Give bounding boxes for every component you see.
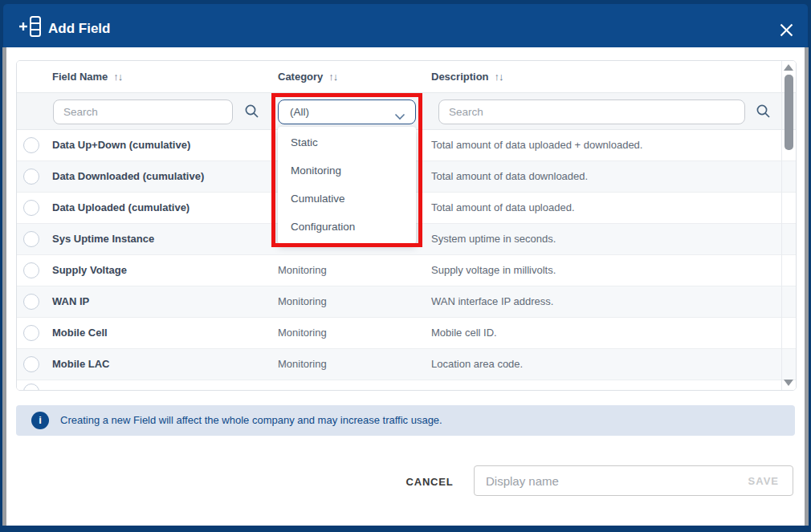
- sort-icon[interactable]: ↑↓: [328, 71, 337, 83]
- search-icon[interactable]: [244, 104, 259, 122]
- dropdown-option[interactable]: Cumulative: [278, 185, 416, 213]
- field-name: Supply Voltage: [52, 255, 127, 286]
- category-dropdown-menu: Static Monitoring Cumulative Configurati…: [278, 127, 416, 244]
- field-category: Monitoring: [278, 349, 327, 380]
- field-description: Supply voltage in millivolts.: [431, 255, 556, 286]
- field-name: Data Downloaded (cumulative): [52, 161, 204, 192]
- close-icon[interactable]: [776, 19, 797, 40]
- field-category: Monitoring: [278, 318, 327, 348]
- column-header-category: Category↑↓: [278, 61, 337, 93]
- column-label: Category: [278, 71, 323, 83]
- field-name: Mobile Cell: [52, 318, 108, 348]
- table-header-row: Field Name↑↓ Category↑↓ Description↑↓: [17, 61, 796, 93]
- column-label: Field Name: [52, 71, 108, 83]
- dropdown-option[interactable]: Static: [278, 128, 416, 156]
- modal-header: Add Field: [3, 4, 808, 47]
- add-field-icon: [18, 14, 42, 42]
- row-radio: [23, 384, 39, 391]
- field-name: WAN IP: [52, 286, 89, 317]
- sort-icon[interactable]: ↑↓: [495, 71, 503, 83]
- field-name-search-input[interactable]: [53, 99, 233, 124]
- column-header-description: Description↑↓: [431, 61, 503, 93]
- table-row[interactable]: Mobile LAC Monitoring Location area code…: [17, 349, 796, 380]
- field-description: Mobile cell ID.: [431, 318, 497, 348]
- field-description: Location area code.: [431, 349, 523, 380]
- scrollbar-divider: [781, 61, 782, 390]
- field-description: Total amount of data downloaded.: [431, 161, 588, 192]
- field-description: Total amount of data uploaded + download…: [431, 130, 642, 160]
- row-radio[interactable]: [23, 200, 39, 216]
- info-banner: i Creating a new Field will affect the w…: [16, 405, 795, 436]
- description-search-input[interactable]: [438, 99, 745, 124]
- dialog-title: Add Field: [48, 21, 110, 37]
- row-radio[interactable]: [23, 294, 39, 310]
- search-icon[interactable]: [756, 104, 771, 122]
- field-name: Data Up+Down (cumulative): [52, 130, 190, 160]
- dropdown-option[interactable]: Monitoring: [278, 156, 416, 185]
- column-header-field-name: Field Name↑↓: [52, 61, 122, 93]
- row-radio[interactable]: [23, 356, 39, 372]
- chevron-down-icon: [394, 109, 406, 124]
- field-category: Monitoring: [278, 286, 327, 317]
- scrollbar-thumb[interactable]: [785, 75, 793, 150]
- table-filter-row: (All): [17, 93, 796, 130]
- table-row[interactable]: WAN IP Monitoring WAN interface IP addre…: [17, 286, 796, 318]
- table-row[interactable]: Supply Voltage Monitoring Supply voltage…: [17, 255, 796, 286]
- field-description: System uptime in seconds.: [431, 224, 556, 254]
- field-description: WAN interface IP address.: [431, 286, 553, 317]
- scrollbar-down-arrow[interactable]: [784, 380, 793, 386]
- save-button[interactable]: SAVE: [715, 475, 779, 487]
- row-radio[interactable]: [23, 262, 39, 278]
- row-radio[interactable]: [23, 169, 39, 185]
- field-name: Sys Uptime Instance: [52, 224, 154, 254]
- category-filter-select[interactable]: (All): [278, 99, 416, 124]
- field-name: Data Uploaded (cumulative): [52, 193, 190, 223]
- sort-icon[interactable]: ↑↓: [113, 71, 122, 83]
- info-icon: i: [31, 412, 49, 429]
- row-radio[interactable]: [23, 325, 39, 341]
- field-category: Monitoring: [278, 255, 327, 286]
- scrollbar-up-arrow[interactable]: [784, 64, 793, 71]
- cancel-button[interactable]: CANCEL: [397, 472, 462, 493]
- row-radio[interactable]: [23, 137, 39, 153]
- table-row-partial: [17, 380, 796, 390]
- field-description: Total amount of data uploaded.: [431, 193, 575, 223]
- page-backdrop-right: [805, 47, 809, 526]
- table-row[interactable]: Mobile Cell Monitoring Mobile cell ID.: [17, 318, 796, 349]
- column-label: Description: [431, 71, 489, 83]
- info-banner-text: Creating a new Field will affect the who…: [60, 405, 442, 436]
- category-filter-value: (All): [290, 100, 309, 124]
- add-field-dialog: Add Field Field Name↑↓ Category↑↓ Descri…: [0, 0, 811, 532]
- row-radio[interactable]: [23, 231, 39, 247]
- field-name: Mobile LAC: [52, 349, 110, 380]
- dropdown-option[interactable]: Configuration: [278, 213, 416, 241]
